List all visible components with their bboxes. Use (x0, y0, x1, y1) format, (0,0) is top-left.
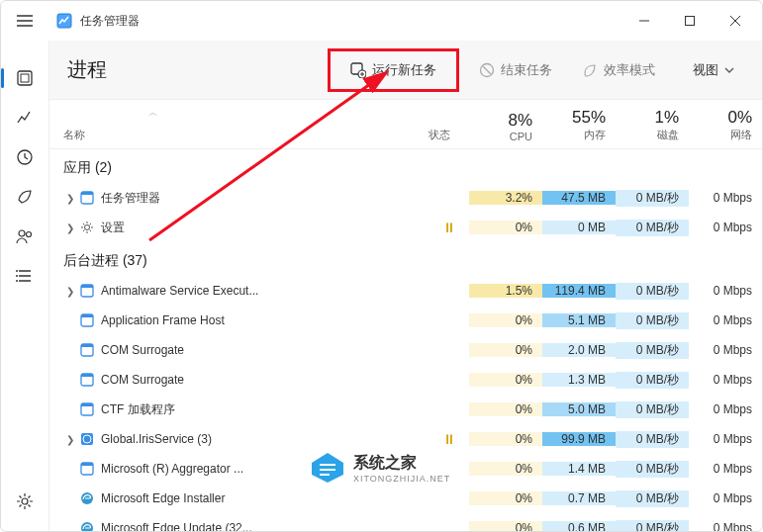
maximize-icon (684, 15, 696, 27)
close-button[interactable] (713, 1, 758, 41)
process-name: Global.IrisService (3) (97, 432, 429, 446)
leaf-icon (582, 62, 598, 78)
cpu-cell: 0% (469, 221, 542, 234)
col-mem[interactable]: 55%内存 (542, 100, 616, 148)
table-row[interactable]: ❯Antimalware Service Execut...1.5%119.4 … (49, 276, 762, 306)
table-row[interactable]: COM Surrogate0%1.3 MB0 MB/秒0 Mbps (49, 365, 762, 395)
nav-startup[interactable] (1, 177, 48, 217)
hamburger-icon (17, 15, 33, 27)
cpu-cell: 0% (469, 462, 542, 476)
net-cell: 0 Mbps (689, 313, 762, 327)
expand-icon[interactable]: ❯ (63, 222, 77, 233)
svg-rect-22 (81, 344, 93, 347)
mem-cell: 1.4 MB (542, 462, 616, 476)
end-task-label: 结束任务 (501, 61, 552, 79)
startup-icon (16, 188, 34, 206)
table-row[interactable]: ❯设置⏸0%0 MB0 MB/秒0 Mbps (49, 213, 762, 242)
header-bar: 进程 运行新任务 结束任务 效率模式 视图 (49, 41, 762, 100)
table-row[interactable]: ❯Global.IrisService (3)⏸0%99.9 MB0 MB/秒0… (49, 424, 762, 454)
nav-history[interactable] (1, 137, 48, 177)
window-controls (621, 1, 758, 41)
nav-settings[interactable] (1, 482, 48, 521)
table-row[interactable]: COM Surrogate0%2.0 MB0 MB/秒0 Mbps (49, 335, 762, 365)
view-button[interactable]: 视图 (683, 55, 744, 85)
process-name: 设置 (97, 220, 429, 236)
nav-processes[interactable] (1, 58, 48, 98)
highlight-box: 运行新任务 (328, 48, 459, 92)
process-icon (77, 221, 97, 234)
mem-cell: 119.4 MB (542, 284, 616, 298)
disk-cell: 0 MB/秒 (616, 490, 689, 507)
svg-rect-26 (81, 403, 93, 406)
end-task-button[interactable]: 结束任务 (469, 55, 562, 85)
nav-users[interactable] (1, 217, 48, 256)
mem-cell: 0 MB (542, 221, 616, 234)
process-icon (77, 462, 97, 476)
table-row[interactable]: Application Frame Host0%5.1 MB0 MB/秒0 Mb… (49, 306, 762, 335)
table-row[interactable]: Microsoft Edge Installer0%0.7 MB0 MB/秒0 … (49, 484, 762, 513)
col-cpu[interactable]: 8%CPU (469, 100, 542, 148)
process-name: 任务管理器 (97, 190, 429, 207)
table-row[interactable]: CTF 加载程序0%5.0 MB0 MB/秒0 Mbps (49, 395, 762, 424)
table-row[interactable]: Microsoft (R) Aggregator ...0%1.4 MB0 MB… (49, 454, 762, 484)
cpu-cell: 0% (469, 343, 542, 357)
process-name: Microsoft Edge Installer (97, 491, 429, 505)
net-cell: 0 Mbps (689, 221, 762, 234)
status-icon: ⏸ (429, 431, 469, 447)
mem-cell: 0.7 MB (542, 491, 616, 505)
cpu-cell: 0% (469, 432, 542, 446)
view-label: 视图 (693, 61, 718, 79)
process-name: COM Surrogate (97, 343, 429, 357)
sidebar (1, 41, 48, 531)
col-disk[interactable]: 1%磁盘 (616, 100, 689, 148)
net-cell: 0 Mbps (689, 432, 762, 446)
svg-rect-3 (21, 74, 29, 82)
efficiency-button[interactable]: 效率模式 (572, 55, 665, 85)
minimize-icon (638, 15, 650, 27)
svg-point-10 (22, 498, 28, 504)
history-icon (16, 148, 34, 166)
minimize-button[interactable] (621, 1, 667, 41)
svg-point-32 (81, 522, 93, 531)
process-icon (77, 373, 97, 387)
mem-cell: 99.9 MB (542, 432, 616, 446)
process-icon (77, 491, 97, 505)
details-icon (16, 267, 34, 285)
table-row[interactable]: ❯任务管理器3.2%47.5 MB0 MB/秒0 Mbps (49, 183, 762, 213)
run-task-button[interactable]: 运行新任务 (340, 55, 446, 85)
titlebar: 任务管理器 (1, 1, 762, 41)
svg-point-16 (85, 225, 90, 230)
table-body[interactable]: 应用 (2)❯任务管理器3.2%47.5 MB0 MB/秒0 Mbps❯设置⏸0… (49, 149, 762, 531)
net-cell: 0 Mbps (689, 343, 762, 357)
nav-performance[interactable] (1, 98, 48, 137)
disk-cell: 0 MB/秒 (616, 220, 689, 236)
col-net[interactable]: 0%网络 (689, 100, 762, 148)
process-icon (77, 343, 97, 357)
nav-details[interactable] (1, 256, 48, 296)
cpu-cell: 0% (469, 313, 542, 327)
process-icon (77, 191, 97, 205)
chevron-down-icon (724, 67, 734, 73)
cpu-cell: 0% (469, 521, 542, 531)
mem-cell: 2.0 MB (542, 343, 616, 357)
group-background: 后台进程 (37) (49, 242, 762, 276)
expand-icon[interactable]: ❯ (63, 286, 77, 297)
process-icon (77, 313, 97, 327)
table-row[interactable]: Microsoft Edge Update (32...0%0.6 MB0 MB… (49, 513, 762, 531)
disk-cell: 0 MB/秒 (616, 461, 689, 478)
app-title: 任务管理器 (80, 13, 621, 30)
disk-cell: 0 MB/秒 (616, 520, 689, 532)
col-status[interactable]: 状态 (410, 100, 469, 148)
expand-icon[interactable]: ❯ (63, 193, 77, 204)
close-icon (729, 15, 741, 27)
disk-cell: 0 MB/秒 (616, 190, 689, 207)
net-cell: 0 Mbps (689, 284, 762, 298)
col-name[interactable]: ︿ 名称 (49, 100, 410, 148)
maximize-button[interactable] (667, 1, 713, 41)
menu-button[interactable] (5, 1, 45, 41)
expand-icon[interactable]: ❯ (63, 434, 77, 445)
cpu-cell: 3.2% (469, 191, 542, 205)
svg-rect-15 (81, 192, 93, 195)
process-name: Microsoft (R) Aggregator ... (97, 462, 429, 476)
main-area: 进程 运行新任务 结束任务 效率模式 视图 (48, 41, 762, 531)
